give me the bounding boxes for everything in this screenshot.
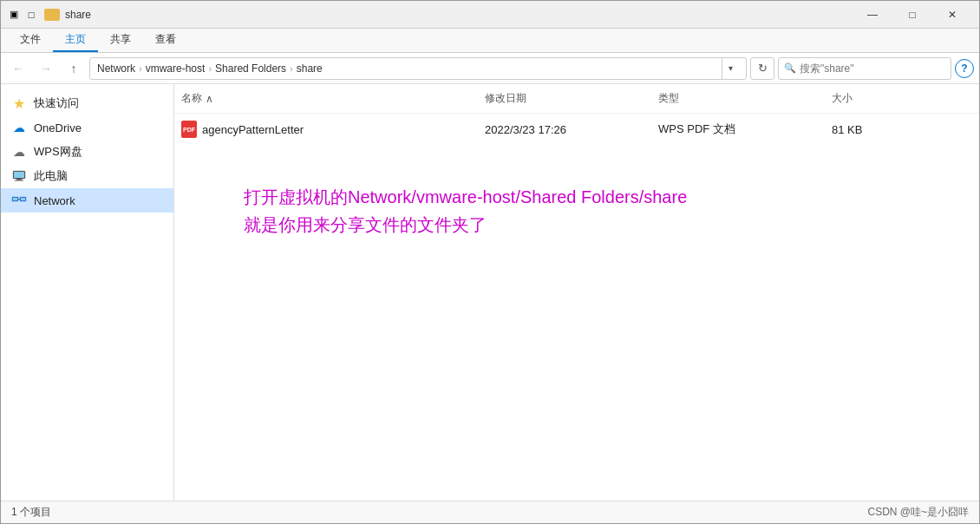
main-area: ★ 快速访问 ☁ OneDrive ☁ WPS网盘: [1, 84, 979, 501]
table-row[interactable]: PDF agencyPatternLetter 2022/3/23 17:26 …: [174, 114, 979, 145]
window-title: share: [65, 9, 853, 21]
file-area: 名称 ∧ 修改日期 类型 大小 PDF agencyPatternLetter …: [174, 84, 979, 501]
svg-rect-5: [13, 198, 17, 200]
sidebar-item-thispc[interactable]: 此电脑: [1, 164, 173, 188]
sidebar-item-wpsdisk[interactable]: ☁ WPS网盘: [1, 140, 173, 164]
wps-cloud-icon: ☁: [11, 144, 27, 160]
title-bar-system-icons: ▣ □: [8, 9, 37, 21]
col-type-label: 类型: [658, 91, 679, 106]
system-icon-1: ▣: [8, 9, 20, 21]
svg-rect-3: [15, 180, 23, 181]
col-header-date[interactable]: 修改日期: [478, 88, 651, 109]
network-icon: [11, 193, 27, 208]
path-network: Network: [97, 62, 135, 75]
address-path[interactable]: Network › vmware-host › Shared Folders ›…: [89, 57, 747, 80]
search-icon: 🔍: [784, 62, 796, 74]
status-bar: 1 个项目 CSDN @哇~是小囧咩: [1, 501, 979, 523]
sidebar-label-onedrive: OneDrive: [34, 121, 82, 134]
svg-rect-2: [16, 179, 22, 180]
file-type: WPS PDF 文档: [651, 118, 825, 141]
overlay-annotation: 打开虚拟机的Network/vmware-host/Shared Folders…: [244, 183, 962, 239]
file-list-body: PDF agencyPatternLetter 2022/3/23 17:26 …: [174, 114, 979, 501]
ribbon: 文件 主页 共享 查看: [1, 29, 979, 53]
window-controls: — □ ✕: [853, 1, 972, 29]
col-date-label: 修改日期: [485, 91, 526, 106]
back-button[interactable]: ←: [6, 56, 30, 81]
maximize-button[interactable]: □: [892, 1, 932, 29]
refresh-button[interactable]: ↻: [750, 57, 774, 80]
svg-rect-1: [14, 172, 24, 178]
overlay-line-2: 就是你用来分享文件的文件夹了: [244, 211, 962, 239]
path-share: share: [297, 62, 323, 75]
sidebar-label-network: Network: [34, 194, 75, 207]
star-icon: ★: [11, 95, 27, 111]
col-header-size[interactable]: 大小: [825, 88, 929, 109]
tab-view[interactable]: 查看: [143, 29, 188, 52]
col-header-type[interactable]: 类型: [651, 88, 825, 109]
path-dropdown-button[interactable]: ▾: [722, 57, 739, 80]
sidebar: ★ 快速访问 ☁ OneDrive ☁ WPS网盘: [1, 84, 174, 501]
sidebar-label-wpsdisk: WPS网盘: [34, 144, 82, 160]
title-bar: ▣ □ share — □ ✕: [1, 1, 979, 29]
forward-button[interactable]: →: [34, 56, 58, 81]
status-item-count: 1 个项目: [11, 505, 51, 520]
minimize-button[interactable]: —: [853, 1, 892, 29]
sidebar-label-quickaccess: 快速访问: [34, 95, 79, 111]
col-name-label: 名称: [181, 91, 202, 106]
file-name: agencyPatternLetter: [202, 123, 304, 136]
col-size-label: 大小: [832, 91, 853, 106]
sidebar-item-quickaccess[interactable]: ★ 快速访问: [1, 91, 173, 115]
system-icon-2: □: [25, 9, 37, 21]
path-vmware: vmware-host: [146, 62, 206, 75]
tab-home[interactable]: 主页: [53, 29, 98, 52]
file-date: 2022/3/23 17:26: [478, 120, 651, 140]
tab-file[interactable]: 文件: [8, 29, 53, 52]
sidebar-label-thispc: 此电脑: [34, 168, 68, 184]
search-input[interactable]: [800, 62, 945, 75]
pc-icon: [11, 168, 27, 184]
sep3: ›: [290, 63, 293, 74]
sidebar-item-onedrive[interactable]: ☁ OneDrive: [1, 115, 173, 140]
svg-rect-7: [21, 198, 25, 200]
close-button[interactable]: ✕: [932, 1, 972, 29]
sort-arrow-name: ∧: [206, 93, 213, 105]
onedrive-icon: ☁: [11, 120, 27, 135]
file-name-cell: PDF agencyPatternLetter: [174, 117, 478, 141]
sep2: ›: [208, 63, 212, 74]
status-credit: CSDN @哇~是小囧咩: [867, 505, 969, 520]
file-list-header: 名称 ∧ 修改日期 类型 大小: [174, 84, 979, 114]
search-box[interactable]: 🔍: [778, 57, 951, 80]
col-header-name[interactable]: 名称 ∧: [174, 88, 478, 109]
sidebar-item-network[interactable]: Network: [1, 188, 173, 213]
overlay-line-1: 打开虚拟机的Network/vmware-host/Shared Folders…: [244, 183, 962, 211]
tab-share[interactable]: 共享: [98, 29, 143, 52]
path-shared: Shared Folders: [215, 62, 286, 75]
file-size: 81 KB: [825, 120, 929, 140]
ribbon-tabs: 文件 主页 共享 查看: [1, 29, 979, 52]
folder-icon: [44, 9, 60, 21]
pdf-icon: PDF: [181, 121, 197, 138]
address-bar: ← → ↑ Network › vmware-host › Shared Fol…: [1, 53, 979, 84]
help-button[interactable]: ?: [955, 59, 974, 78]
up-button[interactable]: ↑: [62, 56, 86, 81]
sep1: ›: [139, 63, 142, 74]
